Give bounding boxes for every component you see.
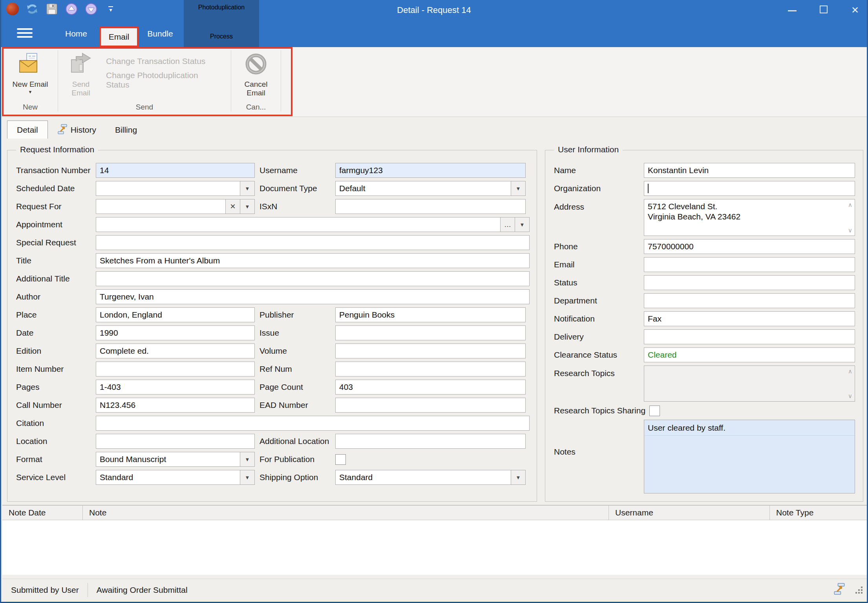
nav-down-icon[interactable] — [84, 2, 98, 16]
scheduled-date-field[interactable]: ▼ — [96, 181, 255, 196]
tab-bundle[interactable]: Bundle — [143, 20, 178, 47]
request-for-dropdown-icon[interactable]: ▼ — [240, 199, 254, 214]
service-level-dropdown-icon[interactable]: ▼ — [240, 470, 254, 484]
send-email-button[interactable]: Send Email — [61, 50, 101, 105]
note-item[interactable]: User cleared by staff. — [644, 420, 855, 436]
date-field[interactable]: 1990 — [96, 325, 255, 340]
qat-customize-icon[interactable]: ▾ — [104, 2, 117, 16]
location-field[interactable] — [96, 434, 255, 449]
history-icon[interactable] — [833, 583, 845, 597]
ead-number-field[interactable] — [335, 398, 526, 413]
format-field[interactable]: Bound Manuscript ▼ — [96, 452, 255, 467]
format-dropdown-icon[interactable]: ▼ — [240, 452, 254, 466]
title-field[interactable]: Sketches From a Hunter's Album — [96, 253, 530, 268]
additional-location-field[interactable] — [335, 434, 526, 449]
change-transaction-status-button[interactable]: Change Transaction Status — [103, 54, 225, 68]
scheduled-date-dropdown-icon[interactable]: ▼ — [240, 181, 254, 196]
column-header-note-type[interactable]: Note Type — [770, 506, 868, 520]
call-number-field[interactable]: N123.456 — [96, 398, 255, 413]
item-number-field[interactable] — [96, 362, 255, 376]
edition-field[interactable]: Complete ed. — [96, 344, 255, 358]
shipping-option-dropdown-icon[interactable]: ▼ — [511, 470, 525, 484]
pages-field[interactable]: 1-403 — [96, 380, 255, 395]
column-header-note[interactable]: Note — [83, 506, 609, 520]
column-header-username[interactable]: Username — [609, 506, 770, 520]
document-type-label: Document Type — [255, 184, 335, 193]
delivery-field[interactable] — [644, 329, 855, 344]
for-publication-checkbox[interactable] — [335, 454, 346, 465]
research-topics-sharing-checkbox[interactable] — [649, 406, 660, 416]
cancel-email-button[interactable]: Cancel Email — [236, 50, 276, 100]
ribbon-group-cancel-label: Can... — [232, 103, 280, 111]
transaction-status-text: Submitted by User — [2, 585, 88, 595]
user-email-field[interactable] — [644, 257, 855, 272]
change-photoduplication-status-button[interactable]: Change Photoduplication Status — [103, 68, 225, 92]
volume-field[interactable] — [335, 344, 526, 358]
issue-field[interactable] — [335, 325, 526, 340]
shipping-option-field[interactable]: Standard ▼ — [335, 470, 526, 485]
minimize-button[interactable] — [784, 5, 800, 16]
notes-table: Note Date Note Username Note Type — [2, 505, 868, 575]
place-field[interactable]: London, England — [96, 307, 255, 322]
document-type-field[interactable]: Default ▼ — [335, 181, 526, 196]
ribbon-group-cancel: Cancel Email Can... — [232, 49, 280, 113]
appointment-dropdown-icon[interactable]: ▼ — [515, 217, 529, 232]
resize-grip[interactable] — [855, 587, 863, 594]
appointment-label: Appointment — [16, 220, 96, 229]
context-tab-group-label: Photoduplication — [198, 4, 245, 11]
user-email-label: Email — [554, 260, 644, 269]
citation-field[interactable] — [96, 416, 530, 431]
notification-field[interactable]: Fax — [644, 311, 855, 326]
clearance-status-field[interactable]: Cleared — [644, 347, 855, 362]
name-field[interactable]: Konstantin Levin — [644, 163, 855, 178]
status-field[interactable] — [644, 275, 855, 290]
appointment-field[interactable]: … ▼ — [96, 217, 530, 232]
app-icon — [6, 2, 19, 16]
scroll-down-icon[interactable]: ∨ — [848, 393, 852, 399]
send-email-icon — [69, 53, 93, 77]
request-for-field[interactable]: ✕ ▼ — [96, 199, 255, 214]
tab-photoduplication-process[interactable]: Photoduplication Process — [184, 0, 259, 47]
isxn-field[interactable] — [335, 199, 526, 214]
tab-detail[interactable]: Detail — [7, 121, 48, 139]
close-button[interactable]: ✕ — [847, 5, 863, 16]
date-label: Date — [16, 328, 96, 338]
tab-billing[interactable]: Billing — [106, 121, 146, 139]
scroll-down-icon[interactable]: ∨ — [848, 227, 852, 233]
research-topics-field[interactable]: ∧ ∨ — [644, 365, 855, 402]
appointment-ellipsis-icon[interactable]: … — [500, 217, 515, 232]
nav-up-icon[interactable] — [65, 2, 78, 16]
refresh-icon[interactable] — [26, 2, 39, 16]
username-field[interactable]: farmguy123 — [335, 163, 526, 178]
tab-home[interactable]: Home — [60, 20, 92, 47]
transaction-number-field[interactable]: 14 — [96, 163, 255, 178]
special-request-field[interactable] — [96, 235, 530, 250]
title-label: Title — [16, 256, 96, 265]
page-count-field[interactable]: 403 — [335, 380, 526, 395]
department-field[interactable] — [644, 293, 855, 308]
ribbon: New Email ▼ New — [1, 47, 867, 117]
organization-field[interactable] — [644, 181, 855, 196]
save-icon[interactable] — [45, 2, 58, 16]
column-header-note-date[interactable]: Note Date — [2, 506, 83, 520]
request-for-clear-icon[interactable]: ✕ — [225, 199, 240, 214]
tab-email[interactable]: Email — [99, 27, 139, 47]
scroll-up-icon[interactable]: ∧ — [848, 368, 852, 374]
address-field[interactable]: 5712 Cleveland St. Virginia Beach, VA 23… — [644, 199, 855, 236]
new-email-button[interactable]: New Email ▼ — [9, 50, 52, 97]
tab-history[interactable]: History — [48, 121, 106, 139]
publisher-field[interactable]: Penguin Books — [335, 307, 526, 322]
ref-num-field[interactable] — [335, 362, 526, 376]
additional-title-field[interactable] — [96, 271, 530, 286]
menu-icon[interactable] — [17, 28, 33, 40]
isxn-label: ISxN — [255, 202, 335, 211]
author-field[interactable]: Turgenev, Ivan — [96, 289, 530, 304]
maximize-button[interactable] — [816, 5, 831, 16]
scroll-up-icon[interactable]: ∧ — [848, 202, 852, 208]
cancel-email-icon — [245, 53, 267, 77]
notes-list[interactable]: User cleared by staff. — [644, 420, 855, 493]
ribbon-group-new-label: New — [4, 103, 57, 111]
phone-field[interactable]: 7570000000 — [644, 239, 855, 254]
service-level-field[interactable]: Standard ▼ — [96, 470, 255, 485]
document-type-dropdown-icon[interactable]: ▼ — [511, 181, 525, 196]
